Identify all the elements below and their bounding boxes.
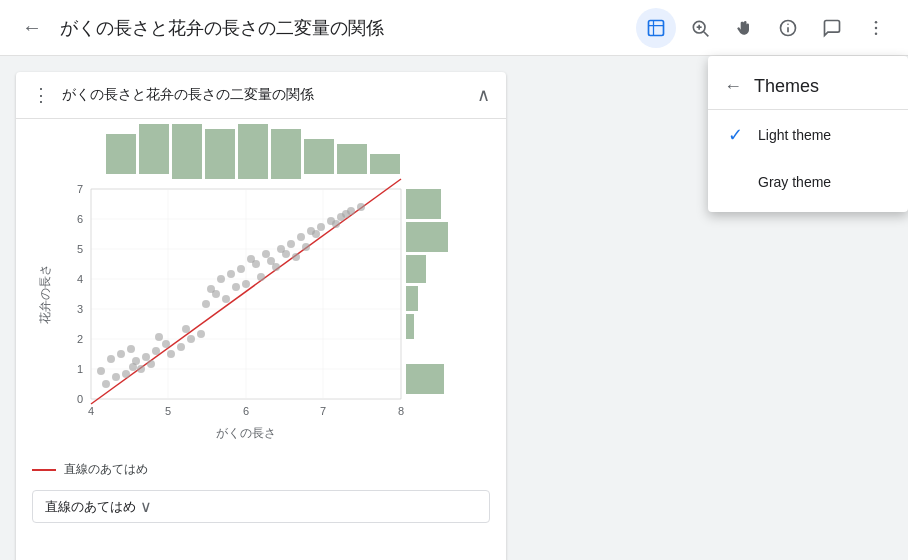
svg-point-58 (127, 345, 135, 353)
toolbar-icons (636, 8, 896, 48)
svg-point-63 (155, 333, 163, 341)
svg-text:7: 7 (77, 183, 83, 195)
light-theme-check-icon: ✓ (728, 124, 746, 146)
themes-header: ← Themes (708, 64, 908, 110)
svg-rect-100 (406, 222, 448, 252)
hand-icon (734, 18, 754, 38)
svg-text:7: 7 (320, 405, 326, 417)
svg-point-86 (312, 230, 320, 238)
fit-line-dropdown-button[interactable]: 直線のあてはめ ∨ (32, 490, 490, 523)
gray-theme-label: Gray theme (758, 174, 831, 190)
select-icon (646, 18, 666, 38)
svg-point-67 (197, 330, 205, 338)
svg-point-76 (262, 250, 270, 258)
more-button[interactable] (856, 8, 896, 48)
svg-point-94 (222, 295, 230, 303)
back-icon: ← (22, 16, 42, 39)
svg-point-98 (212, 290, 220, 298)
info-button[interactable] (768, 8, 808, 48)
svg-text:5: 5 (77, 243, 83, 255)
svg-point-56 (107, 355, 115, 363)
gray-theme-option[interactable]: Gray theme (708, 160, 908, 204)
svg-point-49 (102, 380, 110, 388)
svg-rect-13 (172, 124, 202, 179)
legend-line (32, 469, 56, 471)
back-button[interactable]: ← (12, 8, 52, 48)
zoom-button[interactable] (680, 8, 720, 48)
svg-text:8: 8 (398, 405, 404, 417)
zoom-icon (690, 18, 710, 38)
comment-button[interactable] (812, 8, 852, 48)
svg-rect-11 (106, 134, 136, 174)
svg-point-84 (282, 250, 290, 258)
panel-header: ⋮ がくの長さと花弁の長さの二変量の関係 ∧ (16, 72, 506, 119)
svg-point-7 (787, 23, 789, 25)
more-icon (866, 18, 886, 38)
svg-rect-102 (406, 286, 418, 311)
svg-rect-0 (649, 20, 664, 35)
svg-point-72 (237, 265, 245, 273)
pan-button[interactable] (724, 8, 764, 48)
comment-icon (822, 18, 842, 38)
svg-point-74 (242, 280, 250, 288)
svg-text:4: 4 (88, 405, 94, 417)
svg-line-2 (704, 31, 709, 36)
svg-point-66 (187, 335, 195, 343)
svg-rect-14 (205, 129, 235, 179)
svg-text:がくの長さ: がくの長さ (216, 426, 276, 440)
svg-rect-12 (139, 124, 169, 174)
svg-point-96 (292, 253, 300, 261)
svg-point-97 (202, 300, 210, 308)
svg-point-62 (132, 357, 140, 365)
info-icon (778, 18, 798, 38)
svg-text:3: 3 (77, 303, 83, 315)
svg-text:0: 0 (77, 393, 83, 405)
svg-point-54 (137, 365, 145, 373)
chart-legend: 直線のあてはめ (16, 453, 506, 486)
svg-point-65 (177, 343, 185, 351)
svg-point-70 (217, 275, 225, 283)
dropdown-arrow-icon: ∨ (140, 497, 152, 516)
svg-point-83 (272, 263, 280, 271)
themes-dropdown: ← Themes ✓ Light theme Gray theme (708, 56, 908, 212)
page-title: がくの長さと花弁の長さの二変量の関係 (60, 16, 628, 40)
themes-back-button[interactable]: ← (724, 76, 742, 97)
svg-text:6: 6 (77, 213, 83, 225)
svg-point-60 (152, 347, 160, 355)
chart-panel: ⋮ がくの長さと花弁の長さの二変量の関係 ∧ (16, 72, 506, 560)
svg-text:2: 2 (77, 333, 83, 345)
svg-text:6: 6 (243, 405, 249, 417)
svg-rect-101 (406, 255, 426, 283)
svg-point-93 (342, 210, 350, 218)
themes-title: Themes (754, 76, 819, 97)
svg-rect-103 (406, 314, 414, 339)
select-tool-button[interactable] (636, 8, 676, 48)
svg-point-50 (112, 373, 120, 381)
svg-rect-17 (304, 139, 334, 174)
svg-point-91 (357, 203, 365, 211)
scatter-chart: 0 1 2 3 4 5 6 7 4 5 6 7 8 花弁の長さ (16, 119, 506, 449)
svg-point-80 (287, 240, 295, 248)
svg-text:花弁の長さ: 花弁の長さ (38, 264, 52, 324)
svg-point-81 (297, 233, 305, 241)
light-theme-label: Light theme (758, 127, 831, 143)
svg-rect-99 (406, 189, 441, 219)
svg-point-8 (875, 20, 878, 23)
svg-point-92 (332, 220, 340, 228)
panel-collapse-button[interactable]: ∧ (477, 84, 490, 106)
svg-point-87 (317, 223, 325, 231)
svg-point-55 (147, 360, 155, 368)
light-theme-option[interactable]: ✓ Light theme (708, 110, 908, 160)
svg-point-68 (182, 325, 190, 333)
panel-title: がくの長さと花弁の長さの二変量の関係 (62, 86, 477, 104)
svg-point-9 (875, 26, 878, 29)
svg-point-95 (232, 283, 240, 291)
svg-point-10 (875, 32, 878, 35)
svg-text:4: 4 (77, 273, 83, 285)
svg-rect-104 (406, 364, 444, 394)
panel-menu-icon[interactable]: ⋮ (32, 84, 50, 106)
svg-point-52 (122, 370, 130, 378)
svg-point-59 (142, 353, 150, 361)
svg-text:5: 5 (165, 405, 171, 417)
svg-point-64 (167, 350, 175, 358)
